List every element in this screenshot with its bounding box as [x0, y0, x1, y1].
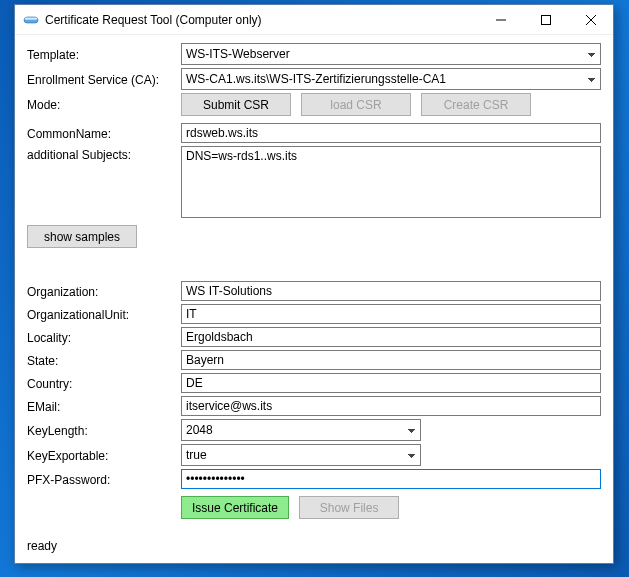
country-label: Country: — [27, 376, 177, 391]
email-label: EMail: — [27, 399, 177, 414]
state-input[interactable] — [181, 350, 601, 370]
additional-subjects-label: additional Subjects: — [27, 146, 177, 162]
svg-rect-1 — [25, 17, 38, 19]
submit-csr-button[interactable]: Submit CSR — [181, 93, 291, 116]
load-csr-button[interactable]: load CSR — [301, 93, 411, 116]
minimize-button[interactable] — [478, 5, 523, 35]
form-area: Template: WS-ITS-Webserver Enrollment Se… — [15, 35, 613, 563]
enrollment-select[interactable]: WS-CA1.ws.its\WS-ITS-Zertifizierungsstel… — [181, 68, 601, 90]
title-bar: Certificate Request Tool (Computer only) — [15, 5, 613, 35]
show-files-button[interactable]: Show Files — [299, 496, 399, 519]
maximize-button[interactable] — [523, 5, 568, 35]
pfx-password-label: PFX-Password: — [27, 472, 177, 487]
organization-label: Organization: — [27, 284, 177, 299]
close-button[interactable] — [568, 5, 613, 35]
commonname-label: CommonName: — [27, 126, 177, 141]
keylength-label: KeyLength: — [27, 423, 177, 438]
state-label: State: — [27, 353, 177, 368]
template-label: Template: — [27, 47, 177, 62]
issue-certificate-button[interactable]: Issue Certificate — [181, 496, 289, 519]
pfx-password-input[interactable] — [181, 469, 601, 489]
status-text: ready — [27, 539, 57, 553]
commonname-input[interactable] — [181, 123, 601, 143]
email-input[interactable] — [181, 396, 601, 416]
template-select[interactable]: WS-ITS-Webserver — [181, 43, 601, 65]
keyexportable-select[interactable]: true — [181, 444, 421, 466]
locality-input[interactable] — [181, 327, 601, 347]
svg-rect-3 — [541, 15, 550, 24]
ou-label: OrganizationalUnit: — [27, 307, 177, 322]
organization-input[interactable] — [181, 281, 601, 301]
country-input[interactable] — [181, 373, 601, 393]
keylength-select[interactable]: 2048 — [181, 419, 421, 441]
app-window: Certificate Request Tool (Computer only)… — [14, 4, 614, 564]
create-csr-button[interactable]: Create CSR — [421, 93, 531, 116]
ou-input[interactable] — [181, 304, 601, 324]
additional-subjects-textarea[interactable]: DNS=ws-rds1..ws.its — [181, 146, 601, 218]
mode-label: Mode: — [27, 97, 177, 112]
keyexportable-label: KeyExportable: — [27, 448, 177, 463]
enrollment-label: Enrollment Service (CA): — [27, 72, 177, 87]
locality-label: Locality: — [27, 330, 177, 345]
window-title: Certificate Request Tool (Computer only) — [45, 13, 478, 27]
app-icon — [23, 12, 39, 28]
window-controls — [478, 5, 613, 35]
show-samples-button[interactable]: show samples — [27, 225, 137, 248]
